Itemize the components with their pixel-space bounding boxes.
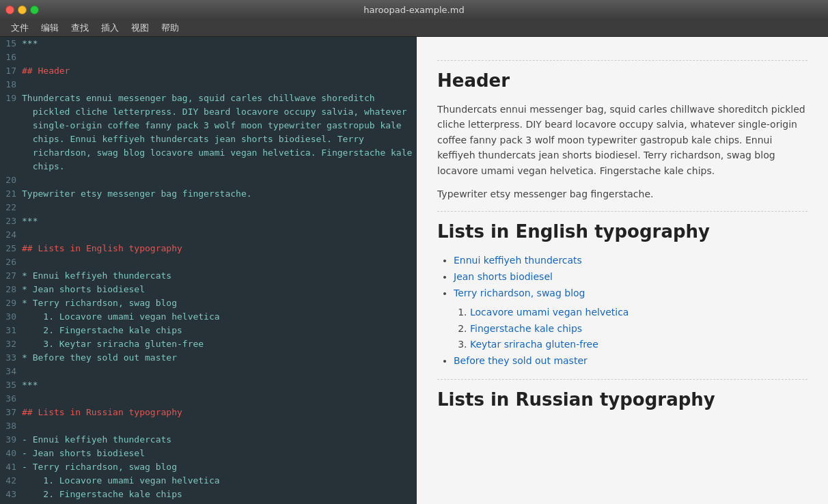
- menu-insert[interactable]: 插入: [96, 20, 124, 36]
- editor-line: 42 1. Locavore umami vegan helvetica: [0, 474, 417, 488]
- list-item: Jean shorts biodiesel: [454, 269, 808, 285]
- separator: [437, 211, 808, 212]
- editor-line: 31 2. Fingerstache kale chips: [0, 324, 417, 337]
- editor-line: 43 2. Fingerstache kale chips: [0, 488, 417, 501]
- close-button[interactable]: [5, 5, 14, 14]
- editor-line: 15***: [0, 37, 417, 51]
- list-item-link[interactable]: Keytar sriracha gluten-free: [470, 339, 598, 350]
- main-layout: 15*** 16 17## Header 18 19Thundercats en…: [0, 37, 828, 504]
- editor-line: 21Typewriter etsy messenger bag fingerst…: [0, 187, 417, 201]
- editor-panel[interactable]: 15*** 16 17## Header 18 19Thundercats en…: [0, 37, 417, 504]
- list-item: Fingerstache kale chips: [470, 321, 808, 337]
- menu-view[interactable]: 视图: [126, 20, 154, 36]
- titlebar: haroopad-example.md: [0, 0, 828, 19]
- editor-line: 22: [0, 201, 417, 214]
- list-item: Before they sold out master: [454, 353, 808, 369]
- preview-heading-lists-english: Lists in English typography: [437, 221, 808, 242]
- list-item-link[interactable]: Ennui keffiyeh thundercats: [454, 255, 582, 266]
- editor-line: 32 3. Keytar sriracha gluten-free: [0, 337, 417, 351]
- preview-paragraph-2: Typewriter etsy messenger bag fingerstac…: [437, 186, 808, 201]
- editor-line: 17## Header: [0, 64, 417, 78]
- menubar: 文件 编辑 查找 插入 视图 帮助: [0, 19, 828, 37]
- menu-file[interactable]: 文件: [5, 20, 34, 36]
- editor-line: 35***: [0, 378, 417, 392]
- list-item: Keytar sriracha gluten-free: [470, 337, 808, 353]
- list-item-link[interactable]: Jean shorts biodiesel: [454, 271, 553, 282]
- editor-line: 28* Jean shorts biodiesel: [0, 283, 417, 296]
- editor-line: single-origin coffee fanny pack 3 wolf m…: [0, 119, 417, 132]
- list-item-link[interactable]: Locavore umami vegan helvetica: [470, 307, 629, 318]
- list-item-link[interactable]: Fingerstache kale chips: [470, 323, 582, 334]
- editor-line: 38: [0, 419, 417, 433]
- editor-line: 39- Ennui keffiyeh thundercats: [0, 433, 417, 447]
- editor-line: 20: [0, 173, 417, 187]
- editor-line: 41- Terry richardson, swag blog: [0, 460, 417, 474]
- preview-english-list: Ennui keffiyeh thundercats Jean shorts b…: [454, 253, 808, 369]
- editor-line: 36: [0, 392, 417, 406]
- menu-help[interactable]: 帮助: [156, 20, 184, 36]
- editor-line: 29* Terry richardson, swag blog: [0, 296, 417, 310]
- list-item-link[interactable]: Before they sold out master: [454, 355, 588, 366]
- editor-line: 26: [0, 255, 417, 269]
- editor-line: 16: [0, 51, 417, 64]
- editor-line: 18: [0, 78, 417, 92]
- menu-find[interactable]: 查找: [66, 20, 94, 36]
- editor-line: 37## Lists in Russian typography: [0, 406, 417, 419]
- preview-panel[interactable]: Header Thundercats ennui messenger bag, …: [417, 37, 828, 504]
- editor-line: 19Thundercats ennui messenger bag, squid…: [0, 92, 417, 105]
- editor-line: 44 3. Keytar sriracha gluten-free: [0, 501, 417, 504]
- list-item-link[interactable]: Terry richardson, swag blog: [454, 288, 585, 298]
- list-item: Terry richardson, swag blog Locavore uma…: [454, 285, 808, 353]
- editor-line: 27* Ennui keffiyeh thundercats: [0, 269, 417, 283]
- list-item: Ennui keffiyeh thundercats: [454, 253, 808, 269]
- separator: [437, 379, 808, 380]
- editor-line: 33* Before they sold out master: [0, 351, 417, 365]
- editor-line: chips. Ennui keffiyeh thundercats jean s…: [0, 132, 417, 146]
- nested-list: Locavore umami vegan helvetica Fingersta…: [470, 305, 808, 353]
- preview-heading-lists-russian: Lists in Russian typography: [437, 389, 808, 410]
- editor-line: 25## Lists in English typography: [0, 242, 417, 255]
- preview-heading-header: Header: [437, 70, 808, 91]
- editor-line: pickled cliche letterpress. DIY beard lo…: [0, 105, 417, 119]
- menu-edit[interactable]: 编辑: [36, 20, 64, 36]
- editor-line: richardson, swag blog locavore umami veg…: [0, 146, 417, 160]
- editor-line: 34: [0, 365, 417, 378]
- list-item: Locavore umami vegan helvetica: [470, 305, 808, 321]
- editor-line: chips.: [0, 160, 417, 173]
- maximize-button[interactable]: [30, 5, 39, 14]
- editor-line: 23***: [0, 214, 417, 228]
- separator: [437, 60, 808, 61]
- window-controls[interactable]: [5, 5, 39, 14]
- editor-line: 40- Jean shorts biodiesel: [0, 447, 417, 460]
- window-title: haroopad-example.md: [363, 5, 464, 15]
- minimize-button[interactable]: [18, 5, 27, 14]
- editor-line: 24: [0, 228, 417, 242]
- editor-line: 30 1. Locavore umami vegan helvetica: [0, 310, 417, 324]
- preview-paragraph-1: Thundercats ennui messenger bag, squid c…: [437, 102, 808, 178]
